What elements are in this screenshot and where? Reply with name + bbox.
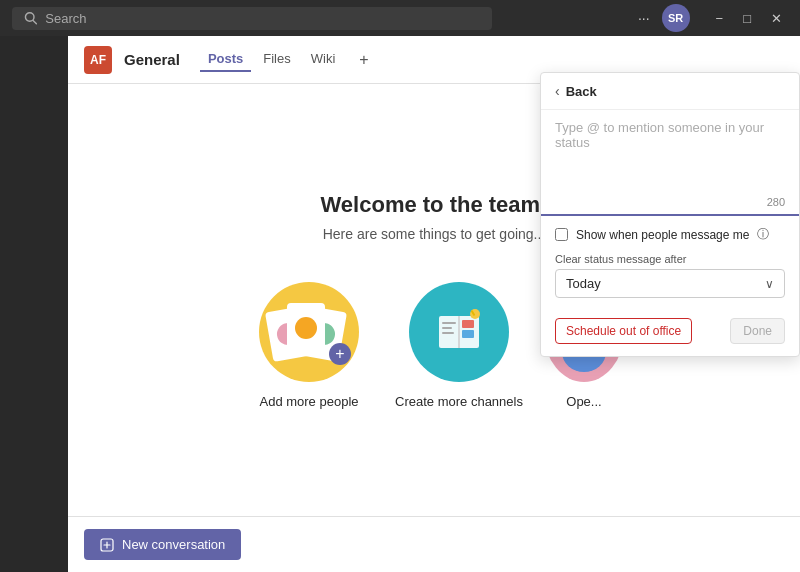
svg-line-1 <box>33 20 36 23</box>
bottom-bar: New conversation <box>68 516 800 572</box>
sidebar-left <box>0 36 68 572</box>
team-icon: AF <box>84 46 112 74</box>
welcome-title: Welcome to the team! <box>321 192 548 218</box>
new-conversation-button[interactable]: New conversation <box>84 529 241 560</box>
channel-name: General <box>124 51 180 68</box>
minimize-button[interactable]: − <box>710 9 730 28</box>
channel-tabs: Posts Files Wiki <box>200 47 343 72</box>
clear-after-label: Clear status message after <box>541 249 799 269</box>
add-people-icon: + <box>259 282 359 382</box>
channels-icon <box>409 282 509 382</box>
welcome-subtitle: Here are some things to get going... <box>323 226 546 242</box>
compose-icon <box>100 538 114 552</box>
person-card-2 <box>287 303 325 353</box>
show-when-message-label: Show when people message me <box>576 228 749 242</box>
avatar-2 <box>295 317 317 339</box>
show-when-message-checkbox[interactable] <box>555 228 568 241</box>
new-conversation-label: New conversation <box>122 537 225 552</box>
done-button[interactable]: Done <box>730 318 785 344</box>
window-controls: − □ ✕ <box>710 9 788 28</box>
svg-rect-8 <box>442 332 454 334</box>
status-popup: ‹ Back 280 Show when people message me ⓘ… <box>540 72 800 357</box>
avatar[interactable]: SR <box>662 4 690 32</box>
people-illustration: + <box>269 297 349 367</box>
status-textarea[interactable] <box>541 110 799 190</box>
popup-actions: Schedule out of office Done <box>541 310 799 356</box>
add-people-card[interactable]: + Add more people <box>244 282 374 409</box>
titlebar: ··· SR − □ ✕ <box>0 0 800 36</box>
info-icon[interactable]: ⓘ <box>757 226 769 243</box>
tab-posts[interactable]: Posts <box>200 47 251 72</box>
svg-rect-4 <box>462 320 474 328</box>
show-when-message-row: Show when people message me ⓘ <box>541 216 799 249</box>
more-options-icon[interactable]: ··· <box>638 10 650 26</box>
chevron-down-icon: ∨ <box>765 277 774 291</box>
char-count: 280 <box>541 194 799 216</box>
dropdown-value: Today <box>566 276 601 291</box>
titlebar-icons: ··· SR − □ ✕ <box>638 4 788 32</box>
search-bar[interactable] <box>12 7 492 30</box>
add-tab-button[interactable]: + <box>355 47 372 73</box>
create-channels-label: Create more channels <box>395 394 523 409</box>
popup-header: ‹ Back <box>541 73 799 110</box>
schedule-out-of-office-button[interactable]: Schedule out of office <box>555 318 692 344</box>
add-plus-badge: + <box>329 343 351 365</box>
clear-after-dropdown[interactable]: Today ∨ <box>555 269 785 298</box>
search-icon <box>24 11 37 25</box>
app-body: AF General Posts Files Wiki + Welcome to… <box>0 36 800 572</box>
popup-title: Back <box>566 84 597 99</box>
back-button[interactable]: ‹ <box>555 83 560 99</box>
svg-rect-5 <box>462 330 474 338</box>
third-card-label: Ope... <box>566 394 601 409</box>
channels-svg <box>429 302 489 362</box>
svg-rect-7 <box>442 327 452 329</box>
create-channels-card[interactable]: Create more channels <box>394 282 524 409</box>
maximize-button[interactable]: □ <box>737 9 757 28</box>
content-area: AF General Posts Files Wiki + Welcome to… <box>68 36 800 572</box>
add-people-label: Add more people <box>259 394 358 409</box>
search-input[interactable] <box>45 11 480 26</box>
tab-files[interactable]: Files <box>255 47 298 72</box>
tab-wiki[interactable]: Wiki <box>303 47 344 72</box>
close-button[interactable]: ✕ <box>765 9 788 28</box>
svg-rect-6 <box>442 322 456 324</box>
